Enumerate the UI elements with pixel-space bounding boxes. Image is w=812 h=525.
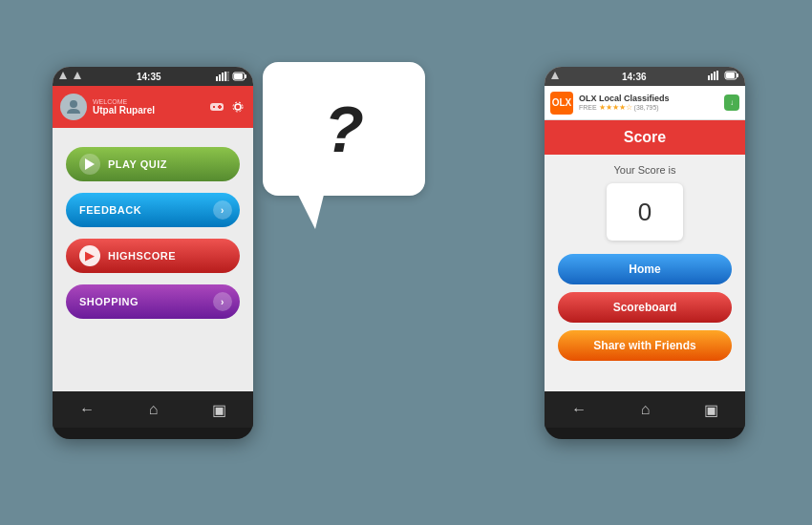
ad-subtitle: FREE ★★★★☆ (38,795)	[579, 103, 718, 112]
svg-point-15	[235, 104, 241, 110]
svg-rect-19	[711, 74, 713, 80]
phone1-screen: 14:35 WELCOME Utpal Ruparel	[53, 67, 253, 391]
speech-bubble: ?	[263, 62, 425, 196]
svg-rect-23	[737, 74, 738, 77]
svg-rect-9	[234, 74, 243, 79]
svg-marker-17	[551, 72, 559, 79]
menu-area: PLAY QUIZ FEEDBACK › ▶ HIGHSCORE SHOPPIN…	[53, 128, 253, 338]
svg-rect-3	[219, 74, 221, 81]
ad-title: OLX Local Classifieds	[579, 94, 718, 103]
header-text-block: WELCOME Utpal Ruparel	[93, 98, 209, 116]
home-button[interactable]: Home	[558, 254, 732, 284]
score-header: Score	[545, 120, 745, 155]
recents-icon-2[interactable]: ▣	[704, 401, 718, 419]
chevron-right-icon: ›	[213, 200, 232, 220]
phone1-status-right	[216, 72, 247, 81]
welcome-label: WELCOME	[93, 98, 209, 105]
phone2-screen: 14:36 OLX OLX Local Classifieds FREE ★★★…	[545, 67, 745, 391]
phone1-status-left	[58, 71, 82, 82]
phone2-time: 14:36	[622, 72, 647, 82]
svg-rect-14	[218, 106, 222, 108]
svg-rect-21	[716, 71, 718, 80]
shopping-label: SHOPPING	[79, 296, 139, 307]
highscore-button[interactable]: ▶ HIGHSCORE	[66, 239, 240, 273]
share-button[interactable]: Share with Friends	[558, 330, 732, 361]
svg-point-10	[70, 100, 77, 108]
phone1-status-bar: 14:35	[53, 67, 253, 86]
scoreboard-button[interactable]: Scoreboard	[558, 292, 732, 323]
recents-icon[interactable]: ▣	[212, 401, 226, 419]
play-icon	[79, 154, 100, 175]
feedback-label: FEEDBACK	[79, 204, 141, 216]
phone2-status-left	[550, 71, 560, 82]
back-icon-2[interactable]: ←	[571, 401, 587, 418]
svg-rect-6	[227, 72, 229, 81]
play-quiz-label: PLAY QUIZ	[108, 158, 167, 170]
svg-rect-20	[714, 72, 716, 80]
ad-logo: OLX	[550, 92, 573, 115]
ad-free: FREE	[579, 104, 597, 111]
home-icon-2[interactable]: ⌂	[641, 401, 651, 418]
score-body: Your Score is 0 Home Scoreboard Share wi…	[545, 155, 745, 378]
ad-banner[interactable]: OLX OLX Local Classifieds FREE ★★★★☆ (38…	[545, 86, 745, 120]
phone1-time: 14:35	[137, 72, 161, 82]
svg-rect-8	[245, 74, 246, 78]
phone2-status-right	[708, 71, 739, 82]
svg-marker-0	[59, 72, 67, 79]
score-value: 0	[607, 183, 683, 241]
svg-rect-24	[726, 73, 735, 78]
user-name: Utpal Ruparel	[93, 105, 209, 116]
phone2-nav-bar: ← ⌂ ▣	[545, 391, 745, 428]
phone-2: 14:36 OLX OLX Local Classifieds FREE ★★★…	[545, 67, 745, 439]
header-icons	[209, 99, 246, 115]
svg-rect-5	[224, 72, 226, 81]
svg-rect-18	[708, 75, 710, 80]
phone2-status-bar: 14:36	[545, 67, 745, 86]
ad-stars: ★★★★☆	[599, 103, 632, 112]
feedback-button[interactable]: FEEDBACK ›	[66, 193, 240, 227]
score-title: Score	[624, 129, 666, 146]
svg-marker-1	[74, 72, 81, 79]
avatar	[60, 94, 87, 120]
svg-rect-12	[213, 106, 215, 108]
ad-install-button[interactable]: ↓	[724, 94, 739, 111]
your-score-label: Your Score is	[558, 164, 732, 176]
highscore-label: HIGHSCORE	[108, 250, 176, 262]
shopping-button[interactable]: SHOPPING ›	[66, 284, 240, 319]
home-icon[interactable]: ⌂	[149, 401, 159, 418]
settings-icon[interactable]	[230, 99, 246, 115]
svg-rect-2	[216, 76, 218, 81]
ad-rating: (38,795)	[634, 104, 659, 111]
play-quiz-button[interactable]: PLAY QUIZ	[66, 147, 240, 181]
arrow-icon: ▶	[79, 245, 100, 266]
phone-1: 14:35 WELCOME Utpal Ruparel	[53, 67, 253, 439]
phone1-header: WELCOME Utpal Ruparel	[53, 86, 253, 128]
svg-rect-4	[222, 73, 224, 81]
question-mark: ?	[324, 92, 364, 166]
gamepad-icon	[209, 99, 224, 115]
chevron-right-icon-2: ›	[213, 292, 232, 311]
phone1-nav-bar: ← ⌂ ▣	[53, 391, 253, 428]
ad-text: OLX Local Classifieds FREE ★★★★☆ (38,795…	[579, 94, 718, 112]
back-icon[interactable]: ←	[79, 401, 95, 418]
